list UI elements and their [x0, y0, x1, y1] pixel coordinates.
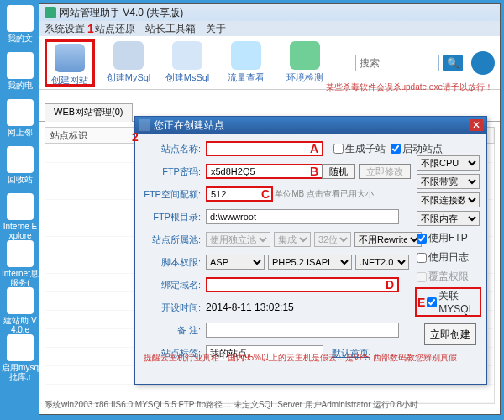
- select-cpu[interactable]: 不限CPU: [417, 155, 480, 171]
- dialog-body: 2 站点名称: A 生成子站 启动站点 FTP密码: B 随机 立即修改 FTP…: [135, 134, 486, 369]
- search-button[interactable]: 🔍: [443, 55, 463, 71]
- select-mode: 集成: [274, 232, 311, 247]
- dialog-titlebar[interactable]: 您正在创建站点 ✕: [135, 117, 486, 134]
- desktop-icon[interactable]: Interne Explore: [2, 193, 39, 235]
- desktop-icon[interactable]: 回收站: [2, 146, 39, 188]
- desktop-icon[interactable]: 启用mysq 批库.r: [2, 334, 39, 376]
- search-box: 🔍: [355, 51, 495, 75]
- menu-tools[interactable]: 站长工具箱: [145, 22, 196, 35]
- select-net[interactable]: .NET2.0: [355, 255, 409, 270]
- tool-create-site[interactable]: 创建网站: [45, 39, 95, 87]
- select-mem[interactable]: 不限内存: [417, 211, 480, 226]
- tool-create-mssql[interactable]: 创建MsSql: [162, 39, 213, 87]
- quota-hint: 单位MB 点击查看已用大小: [275, 188, 374, 200]
- dialog-icon: [139, 119, 150, 131]
- tool-create-mysql[interactable]: 创建MySql: [103, 39, 154, 87]
- desktop-icon[interactable]: Internet息服务(: [2, 240, 39, 282]
- dialog-title: 您正在创建站点: [154, 118, 224, 133]
- label-bind: 绑定域名:: [142, 279, 201, 291]
- dialog-close-button[interactable]: ✕: [470, 119, 483, 131]
- select-pool[interactable]: 使用独立池: [206, 232, 270, 247]
- input-bind-domain[interactable]: [206, 277, 399, 292]
- chk-start-site[interactable]: [391, 144, 401, 154]
- desktop: 我的文 我的电 网上邻 回收站 Interne Explore Internet…: [0, 0, 42, 420]
- tool-env[interactable]: 环境检测: [280, 39, 330, 87]
- create-site-dialog: 您正在创建站点 ✕ 2 站点名称: A 生成子站 启动站点 FTP密码: B 随…: [134, 116, 487, 385]
- dialog-side: 不限CPU 不限带宽 不限连接数 不限内存 使用FTP 使用日志 覆盖权限 E …: [417, 155, 480, 315]
- label-ftp-root: FTP根目录:: [142, 211, 201, 223]
- label-open-time: 开设时间:: [142, 302, 201, 314]
- desktop-icon[interactable]: 网上邻: [2, 99, 39, 141]
- desktop-icon[interactable]: 我的电: [2, 52, 39, 94]
- desktop-icon[interactable]: 我的文: [2, 5, 39, 47]
- label-pool: 站点所属池:: [142, 234, 201, 246]
- open-time-value: 2014-8-11 13:02:15: [206, 302, 294, 313]
- tab-web-manage[interactable]: WEB网站管理(0): [45, 103, 133, 122]
- search-input[interactable]: [355, 55, 439, 71]
- input-site-name[interactable]: [206, 141, 323, 156]
- chk-use-ftp[interactable]: [417, 234, 427, 244]
- desktop-icon[interactable]: 建站助 V4.0.e: [2, 287, 39, 329]
- chk-gen-child[interactable]: [333, 144, 344, 154]
- menubar: 系统设置 站点还原 站长工具箱 关于: [39, 21, 500, 36]
- input-ftp-root[interactable]: [206, 209, 399, 224]
- select-bandwidth[interactable]: 不限带宽: [417, 174, 480, 189]
- chk-mysql[interactable]: [427, 297, 437, 307]
- app-icon: [45, 7, 56, 18]
- select-conn[interactable]: 不限连接数: [417, 192, 480, 207]
- chk-use-log[interactable]: [417, 253, 427, 263]
- select-asp[interactable]: ASP: [206, 255, 265, 270]
- warning-note: 某些杀毒软件会误杀update.exe请予以放行！: [326, 81, 494, 93]
- menu-restore[interactable]: 站点还原: [95, 22, 135, 35]
- tool-traffic[interactable]: 流量查看: [221, 39, 271, 87]
- select-php[interactable]: PHP5.2 ISAPI: [268, 255, 352, 270]
- create-button[interactable]: 立即创建: [424, 323, 476, 345]
- label-ftp-pwd: FTP密码:: [142, 165, 201, 178]
- window-title: 网站管理助手 V4.0 (共享版): [60, 6, 183, 20]
- chk-overwrite: [417, 272, 427, 282]
- menu-system[interactable]: 系统设置: [45, 22, 85, 35]
- random-button[interactable]: 随机: [322, 164, 355, 179]
- label-ftp-quota: FTP空间配额:: [142, 188, 201, 201]
- window-titlebar: 网站管理助手 V4.0 (共享版): [39, 4, 500, 21]
- input-remark[interactable]: [206, 323, 399, 338]
- search-icon: 🔍: [447, 57, 459, 69]
- label-script: 脚本权限:: [142, 256, 201, 269]
- dialog-tip: 提醒云主机行业真相！国内95%以上的云主机是假云…是VPS 西部数码教您辨别真假: [144, 352, 457, 364]
- input-ftp-quota[interactable]: [206, 186, 273, 202]
- cloud-icon[interactable]: [471, 51, 495, 75]
- label-remark: 备 注:: [142, 324, 201, 337]
- label-site-name: 站点名称:: [142, 143, 201, 155]
- select-bits: 32位: [314, 232, 351, 247]
- input-ftp-pwd[interactable]: [206, 164, 323, 179]
- marker-e: E: [417, 296, 425, 309]
- col-site-id[interactable]: 站点标识: [45, 128, 135, 143]
- apply-button: 立即修改: [359, 164, 411, 179]
- select-rewrite[interactable]: 不用Rewrite: [354, 232, 422, 247]
- status-bar: 系统win2003 x86 IIS6.0 MYSQL5.5 FTP ftp路径……: [45, 399, 495, 412]
- menu-about[interactable]: 关于: [206, 22, 226, 35]
